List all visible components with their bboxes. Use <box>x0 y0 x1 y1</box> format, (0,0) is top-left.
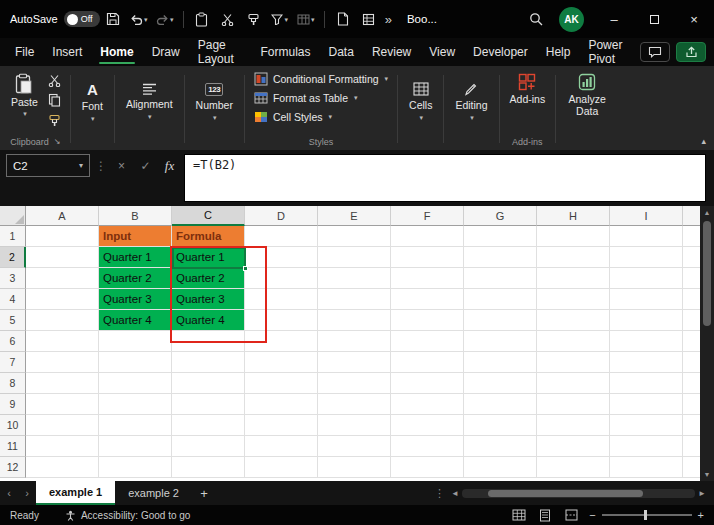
cell-C5[interactable]: Quarter 4 <box>172 310 245 331</box>
cell-C7[interactable] <box>172 352 245 373</box>
cell-A5[interactable] <box>26 310 99 331</box>
scroll-right-icon[interactable]: ► <box>698 489 706 498</box>
cell-E6[interactable] <box>318 331 391 352</box>
cell-B6[interactable] <box>99 331 172 352</box>
new-file-quick-button[interactable] <box>331 6 355 32</box>
formula-bar-handle[interactable]: ⋮ <box>95 154 107 177</box>
cell-I12[interactable] <box>610 457 683 478</box>
cell-I11[interactable] <box>610 436 683 457</box>
addins-button[interactable]: Add-ins <box>505 70 551 108</box>
save-button[interactable] <box>101 6 125 32</box>
menu-tab-data[interactable]: Data <box>320 38 363 66</box>
zoom-slider-thumb[interactable] <box>644 510 647 520</box>
cell-D8[interactable] <box>245 373 318 394</box>
cell-B1[interactable]: Input <box>99 226 172 247</box>
cell-G4[interactable] <box>464 289 537 310</box>
cell-A6[interactable] <box>26 331 99 352</box>
name-box[interactable]: C2 ▾ <box>6 154 90 177</box>
paste-dropdown-icon[interactable]: ▾ <box>23 110 27 117</box>
cell-D2[interactable] <box>245 247 318 268</box>
column-header-D[interactable]: D <box>245 206 318 226</box>
sheet-tab-example-1[interactable]: example 1 <box>36 481 115 505</box>
row-header-9[interactable]: 9 <box>0 394 26 415</box>
cell-H5[interactable] <box>537 310 610 331</box>
row-header-7[interactable]: 7 <box>0 352 26 373</box>
cell-A8[interactable] <box>26 373 99 394</box>
cell-E5[interactable] <box>318 310 391 331</box>
cell-I1[interactable] <box>610 226 683 247</box>
cells-group-button[interactable]: Cells ▾ <box>401 80 440 123</box>
cell-B11[interactable] <box>99 436 172 457</box>
cell-B8[interactable] <box>99 373 172 394</box>
cell-I4[interactable] <box>610 289 683 310</box>
cell-A9[interactable] <box>26 394 99 415</box>
cell-E12[interactable] <box>318 457 391 478</box>
analyze-data-button[interactable]: Analyze Data <box>561 70 613 120</box>
cell-F8[interactable] <box>391 373 464 394</box>
row-header-10[interactable]: 10 <box>0 415 26 436</box>
number-group-button[interactable]: 123 Number ▾ <box>188 81 241 123</box>
cell-F10[interactable] <box>391 415 464 436</box>
cell-H11[interactable] <box>537 436 610 457</box>
cell-styles-button[interactable]: Cell Styles ▾ <box>250 108 336 125</box>
cell-C1[interactable]: Formula <box>172 226 245 247</box>
cell-H10[interactable] <box>537 415 610 436</box>
cell-E11[interactable] <box>318 436 391 457</box>
format-painter-quick-button[interactable] <box>242 6 266 32</box>
cell-I8[interactable] <box>610 373 683 394</box>
table-quick-button[interactable]: ▾ <box>294 6 318 32</box>
cell-B7[interactable] <box>99 352 172 373</box>
page-layout-view-button[interactable] <box>537 508 553 522</box>
row-header-8[interactable]: 8 <box>0 373 26 394</box>
accessibility-status[interactable]: Accessibility: Good to go <box>65 510 191 521</box>
menu-tab-formulas[interactable]: Formulas <box>252 38 320 66</box>
cell-C2[interactable]: Quarter 1 <box>172 247 245 268</box>
cell-E9[interactable] <box>318 394 391 415</box>
column-header-A[interactable]: A <box>26 206 99 226</box>
normal-view-button[interactable] <box>511 508 527 522</box>
cell-I6[interactable] <box>610 331 683 352</box>
sort-filter-dropdown-icon[interactable]: ▾ <box>284 16 288 23</box>
cell-H3[interactable] <box>537 268 610 289</box>
vertical-scrollbar[interactable]: ▲ ▼ <box>700 206 714 481</box>
cell-G12[interactable] <box>464 457 537 478</box>
tabbar-options-icon[interactable]: ⋮ <box>428 487 451 500</box>
cell-F12[interactable] <box>391 457 464 478</box>
font-group-button[interactable]: A Font ▾ <box>74 80 111 124</box>
autosave-toggle[interactable]: Off <box>64 11 100 27</box>
conditional-formatting-button[interactable]: Conditional Formatting ▾ <box>250 70 392 87</box>
cell-I9[interactable] <box>610 394 683 415</box>
cell-A12[interactable] <box>26 457 99 478</box>
cell-D7[interactable] <box>245 352 318 373</box>
cell-I10[interactable] <box>610 415 683 436</box>
comments-button[interactable] <box>640 42 670 62</box>
new-sheet-button[interactable]: + <box>192 486 216 501</box>
cell-F5[interactable] <box>391 310 464 331</box>
cell-I7[interactable] <box>610 352 683 373</box>
cell-H2[interactable] <box>537 247 610 268</box>
cell-B4[interactable]: Quarter 3 <box>99 289 172 310</box>
page-break-view-button[interactable] <box>563 508 579 522</box>
close-button[interactable]: × <box>674 0 714 38</box>
column-header-H[interactable]: H <box>537 206 610 226</box>
cell-D1[interactable] <box>245 226 318 247</box>
cell-E1[interactable] <box>318 226 391 247</box>
column-header-E[interactable]: E <box>318 206 391 226</box>
cell-G5[interactable] <box>464 310 537 331</box>
clipboard-dialog-launcher-icon[interactable]: ↘ <box>54 137 61 146</box>
cell-C4[interactable]: Quarter 3 <box>172 289 245 310</box>
cell-A4[interactable] <box>26 289 99 310</box>
cell-B5[interactable]: Quarter 4 <box>99 310 172 331</box>
cell-E4[interactable] <box>318 289 391 310</box>
menu-tab-power-pivot[interactable]: Power Pivot <box>579 38 640 66</box>
undo-button[interactable]: ▾ <box>127 6 151 32</box>
cell-C6[interactable] <box>172 331 245 352</box>
cell-E8[interactable] <box>318 373 391 394</box>
row-header-4[interactable]: 4 <box>0 289 26 310</box>
row-header-11[interactable]: 11 <box>0 436 26 457</box>
cell-D9[interactable] <box>245 394 318 415</box>
zoom-slider[interactable] <box>602 514 692 516</box>
scroll-down-icon[interactable]: ▼ <box>704 468 711 481</box>
row-header-12[interactable]: 12 <box>0 457 26 478</box>
cell-G7[interactable] <box>464 352 537 373</box>
